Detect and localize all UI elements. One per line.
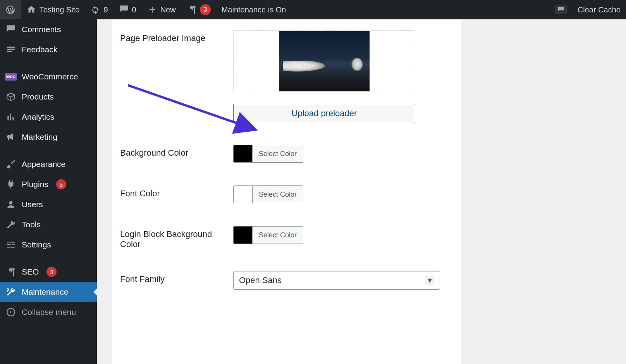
wordpress-icon (5, 5, 15, 15)
chart-icon (5, 112, 16, 122)
collapse-icon (5, 307, 16, 318)
color-swatch (234, 227, 252, 244)
yoast-menu[interactable]: 3 (181, 0, 216, 19)
plugins-badge: 5 (56, 179, 66, 189)
color-swatch (234, 145, 252, 162)
sidebar-item-users[interactable]: Users (0, 194, 97, 215)
content-area: Page Preloader Image Upload preloader Ba… (97, 19, 626, 364)
sidebar-item-label: Plugins (22, 180, 48, 189)
sidebar-item-label: Maintenance (22, 287, 68, 297)
color-swatch (234, 186, 252, 203)
sidebar-item-marketing[interactable]: Marketing (0, 127, 97, 147)
row-preloader-image: Page Preloader Image Upload preloader (112, 19, 461, 134)
sidebar-item-tools[interactable]: Tools (0, 215, 97, 235)
sidebar-separator (0, 255, 97, 262)
sidebar-item-comments[interactable]: Comments (0, 19, 97, 39)
select-color-button[interactable]: Select Color (252, 145, 303, 162)
sidebar-separator (0, 147, 97, 154)
upload-preloader-button[interactable]: Upload preloader (233, 104, 415, 123)
comment-icon (119, 5, 129, 15)
field-login-bg-color: Select Color (233, 226, 461, 245)
label-background-color: Background Color (112, 145, 233, 158)
sidebar-item-label: Analytics (22, 112, 54, 122)
notifications-menu[interactable] (550, 0, 572, 19)
admin-bar-right: Clear Cache (550, 0, 626, 19)
maintenance-status[interactable]: Maintenance is On (216, 0, 292, 19)
sidebar-item-plugins[interactable]: Plugins 5 (0, 174, 97, 194)
megaphone-icon (5, 132, 16, 143)
user-icon (5, 199, 16, 210)
yoast-icon (187, 5, 197, 15)
admin-sidebar: Comments Feedback woo WooCommerce Produc… (0, 19, 97, 364)
sidebar-item-label: Products (22, 92, 54, 101)
sidebar-item-label: Appearance (22, 160, 65, 169)
site-name-label: Testing Site (40, 5, 79, 14)
select-color-button[interactable]: Select Color (252, 227, 303, 244)
select-color-button[interactable]: Select Color (252, 186, 303, 203)
sidebar-item-label: Feedback (22, 45, 57, 54)
preloader-image-preview[interactable] (233, 30, 415, 92)
sidebar-item-woocommerce[interactable]: woo WooCommerce (0, 67, 97, 87)
sidebar-item-label: Marketing (22, 132, 57, 142)
feedback-icon (5, 44, 16, 55)
preloader-thumbnail (279, 31, 370, 91)
row-font-family: Font Family Open Sans ▾ (112, 260, 461, 300)
clear-cache-menu[interactable]: Clear Cache (572, 0, 626, 19)
sidebar-item-maintenance[interactable]: Maintenance (0, 282, 97, 302)
caret-down-icon: ▾ (425, 276, 434, 285)
select-value: Open Sans (239, 275, 282, 285)
admin-bar: Testing Site 9 0 New 3 Maint (0, 0, 626, 19)
field-preloader-image: Upload preloader (233, 30, 461, 123)
comments-menu[interactable]: 0 (114, 0, 142, 19)
plug-icon (5, 179, 16, 190)
color-picker-login-bg[interactable]: Select Color (233, 226, 303, 244)
sidebar-item-label: WooCommerce (22, 72, 78, 81)
wrench-icon (5, 219, 16, 230)
comment-icon (5, 24, 16, 35)
yoast-badge: 3 (200, 4, 211, 15)
yoast-icon (5, 266, 16, 277)
field-font-color: Select Color (233, 185, 461, 204)
sidebar-item-label: Collapse menu (22, 307, 76, 317)
sidebar-item-feedback[interactable]: Feedback (0, 39, 97, 60)
site-name-menu[interactable]: Testing Site (21, 0, 85, 19)
sidebar-item-label: Tools (22, 220, 41, 229)
admin-bar-left: Testing Site 9 0 New 3 Maint (0, 0, 291, 19)
row-background-color: Background Color Select Color (112, 134, 461, 175)
color-picker-bg[interactable]: Select Color (233, 145, 303, 163)
row-font-color: Font Color Select Color (112, 175, 461, 215)
home-icon (26, 5, 36, 15)
label-login-bg-color: Login Block Background Color (112, 226, 233, 249)
label-preloader-image: Page Preloader Image (112, 30, 233, 43)
tools-icon (5, 287, 16, 297)
plus-icon (147, 5, 157, 15)
row-login-bg-color: Login Block Background Color Select Colo… (112, 215, 461, 260)
sliders-icon (5, 239, 16, 250)
comments-count: 0 (132, 5, 136, 14)
box-icon (5, 91, 16, 102)
wp-logo-menu[interactable] (0, 0, 21, 19)
sidebar-item-label: Users (22, 200, 43, 209)
sidebar-item-label: Comments (22, 25, 61, 34)
new-content-menu[interactable]: New (142, 0, 181, 19)
sidebar-item-products[interactable]: Products (0, 87, 97, 107)
sidebar-item-settings[interactable]: Settings (0, 235, 97, 255)
label-font-family: Font Family (112, 271, 233, 284)
sidebar-collapse[interactable]: Collapse menu (0, 302, 97, 322)
clear-cache-label: Clear Cache (578, 5, 621, 14)
sidebar-item-seo[interactable]: SEO 3 (0, 262, 97, 282)
sidebar-item-label: Settings (22, 240, 51, 249)
notification-icon (555, 5, 567, 14)
field-font-family: Open Sans ▾ (233, 271, 461, 290)
refresh-icon (90, 5, 100, 15)
sidebar-item-label: SEO (22, 267, 39, 276)
seo-badge: 3 (46, 267, 57, 277)
sidebar-item-appearance[interactable]: Appearance (0, 154, 97, 174)
color-picker-font[interactable]: Select Color (233, 185, 303, 203)
updates-count: 9 (103, 5, 108, 14)
label-font-color: Font Color (112, 185, 233, 199)
sidebar-item-analytics[interactable]: Analytics (0, 107, 97, 127)
updates-menu[interactable]: 9 (85, 0, 113, 19)
font-family-select[interactable]: Open Sans ▾ (233, 271, 440, 290)
field-background-color: Select Color (233, 145, 461, 164)
